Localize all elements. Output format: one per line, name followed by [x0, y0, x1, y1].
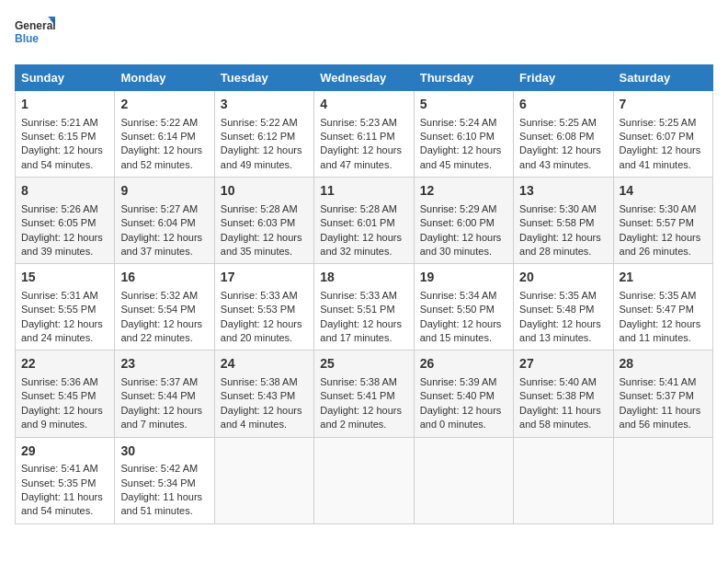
day-number: 30: [120, 442, 208, 461]
day-number: 20: [519, 269, 607, 287]
calendar-cell: 3Sunrise: 5:22 AMSunset: 6:12 PMDaylight…: [214, 91, 313, 178]
day-number: 7: [620, 96, 707, 114]
svg-text:Blue: Blue: [15, 32, 39, 45]
day-number: 28: [620, 355, 707, 373]
calendar-cell: [514, 437, 613, 523]
calendar-cell: [314, 437, 414, 523]
calendar-cell: 14Sunrise: 5:30 AMSunset: 5:57 PMDayligh…: [613, 178, 712, 264]
week-row-5: 29Sunrise: 5:41 AMSunset: 5:35 PMDayligh…: [16, 437, 713, 523]
calendar-cell: 25Sunrise: 5:38 AMSunset: 5:41 PMDayligh…: [314, 350, 414, 437]
calendar-cell: 10Sunrise: 5:28 AMSunset: 6:03 PMDayligh…: [214, 178, 313, 264]
calendar-cell: 13Sunrise: 5:30 AMSunset: 5:58 PMDayligh…: [514, 178, 613, 264]
calendar-cell: 18Sunrise: 5:33 AMSunset: 5:51 PMDayligh…: [314, 264, 414, 350]
calendar-cell: 17Sunrise: 5:33 AMSunset: 5:53 PMDayligh…: [214, 264, 313, 350]
calendar-cell: 27Sunrise: 5:40 AMSunset: 5:38 PMDayligh…: [514, 350, 613, 437]
day-number: 15: [21, 269, 108, 287]
day-number: 3: [221, 96, 308, 114]
day-number: 12: [420, 182, 507, 201]
calendar-cell: 19Sunrise: 5:34 AMSunset: 5:50 PMDayligh…: [414, 264, 513, 350]
calendar-cell: 23Sunrise: 5:37 AMSunset: 5:44 PMDayligh…: [115, 350, 214, 437]
day-number: 21: [620, 269, 707, 287]
calendar-cell: 22Sunrise: 5:36 AMSunset: 5:45 PMDayligh…: [16, 350, 115, 437]
header: General Blue: [15, 15, 713, 55]
day-number: 17: [221, 269, 308, 287]
calendar-cell: 15Sunrise: 5:31 AMSunset: 5:55 PMDayligh…: [16, 264, 115, 350]
week-row-1: 1Sunrise: 5:21 AMSunset: 6:15 PMDaylight…: [16, 91, 713, 178]
day-number: 2: [120, 96, 208, 114]
day-number: 24: [221, 355, 308, 373]
calendar-cell: 1Sunrise: 5:21 AMSunset: 6:15 PMDaylight…: [16, 91, 115, 178]
day-number: 13: [519, 182, 607, 201]
day-number: 9: [120, 182, 208, 201]
day-number: 26: [420, 355, 507, 373]
calendar-cell: [613, 437, 712, 523]
day-number: 25: [320, 355, 407, 373]
calendar-cell: 11Sunrise: 5:28 AMSunset: 6:01 PMDayligh…: [314, 178, 414, 264]
calendar-cell: 26Sunrise: 5:39 AMSunset: 5:40 PMDayligh…: [414, 350, 513, 437]
calendar-cell: [414, 437, 513, 523]
day-number: 27: [519, 355, 607, 373]
col-header-saturday: Saturday: [613, 65, 712, 91]
calendar-cell: 5Sunrise: 5:24 AMSunset: 6:10 PMDaylight…: [414, 91, 513, 178]
day-number: 5: [420, 96, 507, 114]
calendar-cell: 4Sunrise: 5:23 AMSunset: 6:11 PMDaylight…: [314, 91, 414, 178]
calendar-cell: 7Sunrise: 5:25 AMSunset: 6:07 PMDaylight…: [613, 91, 712, 178]
day-number: 29: [21, 442, 108, 461]
day-number: 4: [320, 96, 407, 114]
calendar-cell: 24Sunrise: 5:38 AMSunset: 5:43 PMDayligh…: [214, 350, 313, 437]
svg-text:General: General: [15, 19, 55, 32]
calendar-cell: 8Sunrise: 5:26 AMSunset: 6:05 PMDaylight…: [16, 178, 115, 264]
day-number: 8: [21, 182, 108, 201]
day-number: 19: [420, 269, 507, 287]
col-header-tuesday: Tuesday: [214, 65, 313, 91]
calendar-cell: 2Sunrise: 5:22 AMSunset: 6:14 PMDaylight…: [115, 91, 214, 178]
calendar-cell: 28Sunrise: 5:41 AMSunset: 5:37 PMDayligh…: [613, 350, 712, 437]
col-header-monday: Monday: [115, 65, 214, 91]
day-number: 6: [519, 96, 607, 114]
col-header-friday: Friday: [514, 65, 613, 91]
calendar-cell: 12Sunrise: 5:29 AMSunset: 6:00 PMDayligh…: [414, 178, 513, 264]
week-row-4: 22Sunrise: 5:36 AMSunset: 5:45 PMDayligh…: [16, 350, 713, 437]
day-number: 11: [320, 182, 407, 201]
day-number: 16: [120, 269, 208, 287]
calendar-cell: [214, 437, 313, 523]
col-header-sunday: Sunday: [16, 65, 115, 91]
calendar-cell: 30Sunrise: 5:42 AMSunset: 5:34 PMDayligh…: [115, 437, 214, 523]
calendar-cell: 21Sunrise: 5:35 AMSunset: 5:47 PMDayligh…: [613, 264, 712, 350]
calendar-cell: 29Sunrise: 5:41 AMSunset: 5:35 PMDayligh…: [16, 437, 115, 523]
calendar-cell: 20Sunrise: 5:35 AMSunset: 5:48 PMDayligh…: [514, 264, 613, 350]
day-number: 10: [221, 182, 308, 201]
day-number: 22: [21, 355, 108, 373]
day-number: 18: [320, 269, 407, 287]
calendar-table: SundayMondayTuesdayWednesdayThursdayFrid…: [15, 64, 713, 524]
logo: General Blue: [15, 15, 55, 55]
calendar-cell: 16Sunrise: 5:32 AMSunset: 5:54 PMDayligh…: [115, 264, 214, 350]
day-number: 23: [120, 355, 208, 373]
logo-svg: General Blue: [15, 15, 55, 55]
col-header-thursday: Thursday: [414, 65, 513, 91]
calendar-cell: 9Sunrise: 5:27 AMSunset: 6:04 PMDaylight…: [115, 178, 214, 264]
day-number: 1: [21, 96, 108, 114]
day-number: 14: [620, 182, 707, 201]
calendar-cell: 6Sunrise: 5:25 AMSunset: 6:08 PMDaylight…: [514, 91, 613, 178]
week-row-3: 15Sunrise: 5:31 AMSunset: 5:55 PMDayligh…: [16, 264, 713, 350]
week-row-2: 8Sunrise: 5:26 AMSunset: 6:05 PMDaylight…: [16, 178, 713, 264]
col-header-wednesday: Wednesday: [314, 65, 414, 91]
